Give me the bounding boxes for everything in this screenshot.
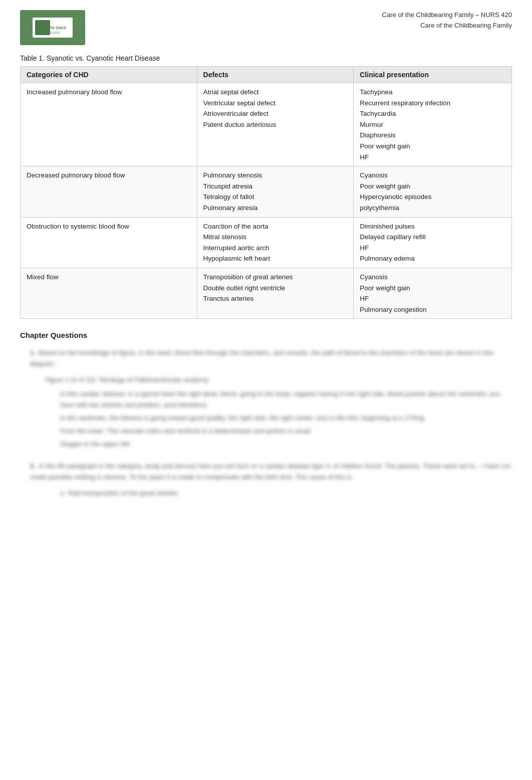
chd-table: Categories of CHD Defects Clinical prese…: [20, 66, 512, 319]
question-subitem-1-1: In this cardiac disease, in a typical he…: [30, 388, 512, 411]
table-cell-category: Obstruction to systemic blood flow: [21, 217, 197, 268]
question-subitem-2-1: a. Total transposition of the great arte…: [30, 488, 512, 499]
chapter-questions-content: 1.Based on the knowledge of figure, in t…: [20, 347, 512, 499]
table-cell-defects: Pulmonary stenosisTricuspid atresiaTetra…: [197, 166, 354, 217]
table-title: Table 1. Syanotic vs. Cyanotic Heart Dis…: [20, 54, 512, 62]
question-subitem-1-3: From the lower: The vascular index and v…: [30, 426, 512, 437]
table-cell-category: Mixed flow: [21, 268, 197, 318]
question-2: 2.In the 4th paragraph in the category, …: [20, 461, 512, 499]
table-cell-clinical: Diminished pulsesDelayed capillary refil…: [354, 217, 512, 268]
svg-text:COLLEGE: COLLEGE: [48, 31, 60, 34]
question-text-2: In the 4th paragraph in the category, st…: [30, 462, 510, 481]
table-cell-category: Increased pulmonary blood flow: [21, 83, 197, 166]
header-text: Care of the Childbearing Family – NURS 4…: [382, 10, 512, 31]
col-header-clinical: Clinical presentation: [354, 67, 512, 83]
svg-text:PACIFIC OAKS: PACIFIC OAKS: [41, 26, 66, 30]
question-number-1: 1.: [30, 349, 36, 356]
col-header-defects: Defects: [197, 67, 354, 83]
table-cell-defects: Transposition of great arteriesDouble ou…: [197, 268, 354, 318]
table-cell-defects: Coarction of the aortaMitral stenosisInt…: [197, 217, 354, 268]
question-subitem-1-2: In the ventricles, the fullness is going…: [30, 413, 512, 424]
chapter-questions-title: Chapter Questions: [20, 331, 512, 339]
table-cell-clinical: CyanosisPoor weight gainHypercyanotic ep…: [354, 166, 512, 217]
table-cell-category: Decreased pulmonary blood flow: [21, 166, 197, 217]
logo: PACIFIC OAKS COLLEGE: [20, 10, 85, 45]
table-cell-clinical: TachypneaRecurrent respiratory infection…: [354, 83, 512, 166]
question-1: 1.Based on the knowledge of figure, in t…: [20, 347, 512, 450]
table-cell-defects: Atrial septal defectVentricular septal d…: [197, 83, 354, 166]
question-subitem-1-4: Oxygen in the upper left.: [30, 439, 512, 450]
question-number-2: 2.: [30, 462, 36, 470]
col-header-categories: Categories of CHD: [21, 67, 197, 83]
question-text-1: Based on the knowledge of figure, in the…: [30, 349, 493, 367]
table-cell-clinical: CyanosisPoor weight gainHFPulmonary cong…: [354, 268, 512, 318]
question-sublabel-1: Figure 1 (4 of 10): Tetralogy of Fallot/…: [30, 374, 512, 385]
